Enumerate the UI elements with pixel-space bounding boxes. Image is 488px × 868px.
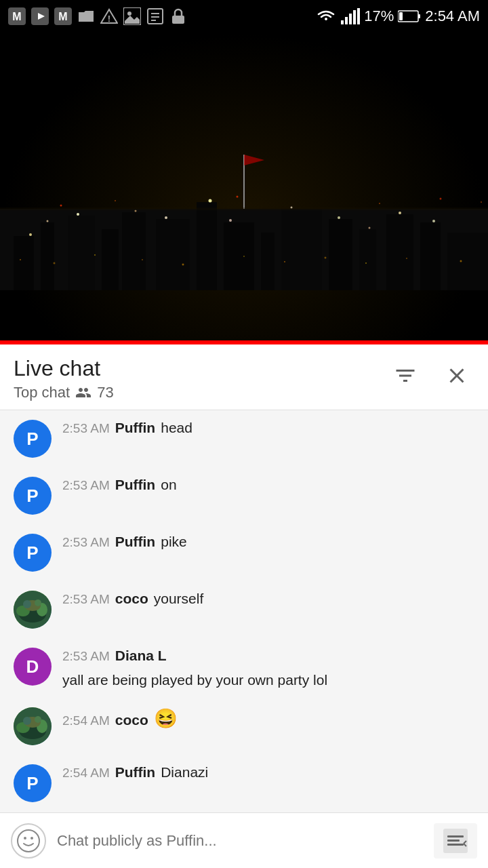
viewer-count: 73 — [97, 384, 113, 401]
svg-point-69 — [440, 198, 442, 200]
message-content: 2:53 AM Puffin on — [62, 477, 474, 493]
svg-rect-32 — [261, 233, 274, 290]
send-icon — [442, 827, 469, 854]
message-time: 2:53 AM — [62, 478, 110, 493]
message-text: 😆 — [154, 707, 178, 730]
avatar-letter: P — [26, 429, 38, 450]
app-icon-m1: M — [8, 7, 26, 25]
live-chat-panel: Live chat Top chat 73 P 2:53 AM Pu — [0, 344, 488, 868]
svg-rect-27 — [102, 229, 119, 290]
svg-point-63 — [406, 258, 407, 259]
svg-rect-89 — [447, 835, 464, 837]
send-button[interactable] — [434, 823, 477, 859]
top-chat-label[interactable]: Top chat — [14, 384, 70, 401]
chat-header-left: Live chat Top chat 73 — [14, 355, 114, 401]
svg-text:!: ! — [108, 14, 110, 24]
chat-message: P 2:53 AM Puffin on — [0, 467, 488, 524]
svg-rect-14 — [172, 16, 184, 24]
svg-point-64 — [460, 260, 462, 262]
svg-marker-52 — [244, 155, 264, 165]
message-content: 2:54 AM coco 😆 — [62, 707, 474, 730]
live-chat-title: Live chat — [14, 355, 114, 381]
video-area — [0, 33, 488, 344]
svg-point-50 — [432, 220, 435, 222]
svg-rect-90 — [447, 840, 460, 842]
message-author: Puffin — [115, 764, 155, 781]
svg-rect-37 — [420, 222, 441, 290]
message-content: 2:53 AM Puffin head — [62, 420, 474, 436]
message-time: 2:54 AM — [62, 766, 110, 781]
svg-rect-15 — [341, 20, 344, 24]
app-icon-youtube — [31, 7, 49, 25]
svg-point-47 — [338, 216, 340, 219]
close-button[interactable] — [439, 358, 474, 395]
message-time: 2:53 AM — [62, 592, 110, 607]
svg-rect-17 — [349, 14, 352, 24]
status-bar-right: 17% 2:54 AM — [315, 7, 480, 25]
filter-button[interactable] — [388, 358, 423, 395]
avatar: P — [14, 477, 52, 515]
city-lights — [0, 155, 488, 290]
message-text: yall are being played by your own party … — [62, 672, 474, 688]
svg-point-55 — [54, 262, 56, 264]
battery-icon — [398, 9, 421, 23]
svg-point-58 — [182, 264, 184, 266]
message-author: Diana L — [115, 648, 167, 664]
avatar-letter: P — [26, 542, 38, 564]
svg-point-83 — [23, 717, 31, 725]
svg-point-76 — [23, 600, 31, 608]
svg-point-39 — [29, 233, 32, 236]
chat-input[interactable] — [57, 823, 423, 859]
svg-point-60 — [284, 261, 285, 262]
message-content: 2:53 AM Diana L yall are being played by… — [62, 648, 474, 688]
battery-percent: 17% — [364, 7, 394, 25]
chat-input-area — [0, 812, 488, 868]
message-author: coco — [115, 712, 148, 728]
message-content: 2:53 AM coco yourself — [62, 591, 474, 607]
svg-rect-91 — [447, 844, 464, 846]
svg-rect-31 — [224, 222, 254, 290]
svg-point-68 — [379, 203, 380, 204]
message-time: 2:53 AM — [62, 535, 110, 550]
avatar-letter: P — [26, 486, 38, 507]
svg-point-67 — [237, 196, 239, 198]
chat-message: 2:53 AM coco yourself — [0, 581, 488, 638]
emoji-button[interactable] — [11, 823, 46, 859]
svg-point-86 — [24, 837, 26, 840]
avatar-letter: D — [26, 656, 39, 677]
message-content: 2:54 AM Puffin Dianazi — [62, 764, 474, 781]
svg-rect-28 — [122, 212, 146, 290]
svg-rect-21 — [418, 14, 420, 18]
chat-header: Live chat Top chat 73 — [0, 344, 488, 410]
emoji-icon — [16, 829, 41, 853]
chat-message: 2:54 AM coco 😆 — [0, 698, 488, 755]
svg-point-65 — [60, 205, 62, 207]
avatar: P — [14, 764, 52, 802]
chat-message: D 2:53 AM Diana L yall are being played … — [0, 638, 488, 698]
avatar — [14, 707, 52, 745]
time-display: 2:54 AM — [425, 7, 480, 25]
video-progress-bar — [0, 340, 488, 344]
signal-icon — [341, 8, 360, 24]
svg-rect-22 — [399, 12, 403, 20]
svg-point-87 — [30, 837, 33, 840]
message-text: pike — [161, 534, 187, 550]
chat-message: P 2:53 AM Puffin head — [0, 410, 488, 467]
svg-point-44 — [209, 199, 212, 203]
filter-icon — [393, 363, 418, 388]
svg-rect-26 — [68, 216, 95, 290]
svg-point-56 — [94, 254, 96, 256]
svg-rect-30 — [197, 202, 217, 290]
avatar — [14, 591, 52, 629]
viewer-count-icon — [75, 384, 92, 401]
message-text: Dianazi — [161, 764, 208, 781]
close-icon — [445, 363, 469, 388]
svg-point-62 — [365, 262, 367, 264]
app-icon-lock — [169, 7, 187, 25]
svg-point-45 — [229, 219, 232, 222]
svg-point-41 — [77, 213, 79, 216]
message-author: Puffin — [115, 534, 155, 550]
chat-subtitle: Top chat 73 — [14, 384, 114, 401]
svg-point-61 — [325, 257, 327, 259]
message-text: on — [161, 477, 176, 493]
